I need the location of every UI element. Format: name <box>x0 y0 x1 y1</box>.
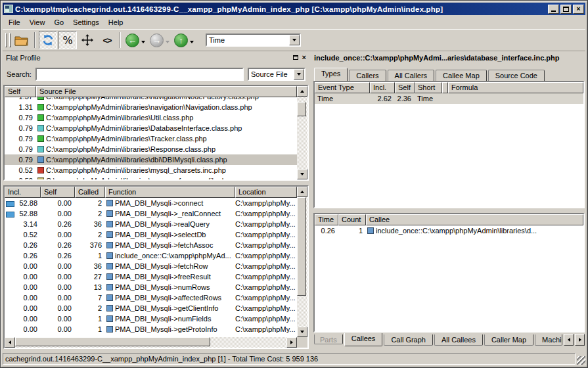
function-row[interactable]: 0.00 0.00 7 PMA_DBI_Mysqli->affectedRows… <box>5 292 297 303</box>
detail-bottom-tab[interactable]: Caller Map <box>484 334 533 346</box>
file-row[interactable]: 0.79 C:\xampp\phpMyAdmin\libraries\Track… <box>5 133 297 144</box>
scroll-left-button[interactable] <box>5 337 15 348</box>
detail-tab[interactable]: Callee Map <box>436 70 487 81</box>
detail-bottom-tab[interactable]: All Callees <box>434 334 483 346</box>
function-row[interactable]: 0.00 0.00 27 PMA_DBI_Mysqli->freeResult … <box>5 271 297 282</box>
column-header-short[interactable]: Short <box>415 82 442 93</box>
move-tool-button[interactable] <box>78 31 97 49</box>
minimize-button[interactable] <box>548 5 559 14</box>
scroll-right-button[interactable] <box>286 337 297 348</box>
open-file-button[interactable] <box>12 31 31 49</box>
scrollbar-thumb[interactable] <box>15 337 210 346</box>
grouping-combobox[interactable]: Source File <box>248 68 305 81</box>
toolbar-drag-handle[interactable] <box>5 33 7 47</box>
column-header-formula[interactable]: Formula <box>448 82 583 93</box>
file-row[interactable]: 0.52 C:\xampp\phpMyAdmin\libraries\mysql… <box>5 165 297 175</box>
column-header-event-type[interactable]: Event Type <box>315 82 370 93</box>
search-input[interactable] <box>35 68 244 81</box>
column-header-location[interactable]: Location <box>235 187 297 198</box>
detail-bottom-tab[interactable]: Call Graph <box>384 334 433 346</box>
function-row[interactable]: 0.00 0.00 13 PMA_DBI_Mysqli->numRows C:\… <box>5 282 297 292</box>
scroll-down-button[interactable] <box>297 169 307 179</box>
scroll-up-button[interactable] <box>297 86 307 97</box>
detail-bottom-tab[interactable]: Parts <box>314 334 343 344</box>
resize-grip-icon[interactable] <box>577 356 585 365</box>
function-row[interactable]: 0.00 0.00 1 PMA_DBI_Mysqli->getProtoInfo… <box>5 324 297 334</box>
menu-item[interactable]: Help <box>104 17 128 28</box>
close-button[interactable]: × <box>573 5 584 14</box>
file-row[interactable]: 1.37 C:\xampp\phpMyAdmin\libraries\navig… <box>5 97 297 102</box>
file-list-vertical-scrollbar[interactable] <box>297 86 307 179</box>
event-type-combobox[interactable]: Time <box>206 34 301 47</box>
scroll-up-button[interactable] <box>297 187 307 197</box>
toolbar-drag-handle[interactable] <box>9 33 11 47</box>
event-type-row[interactable]: Time 2.62 2.36 Time <box>315 93 583 104</box>
scrollbar-track[interactable] <box>15 337 286 348</box>
function-row[interactable]: 0.00 0.00 36 PMA_DBI_Mysqli->fetchRow C:… <box>5 261 297 271</box>
column-header-self[interactable]: Self <box>5 86 36 97</box>
file-row[interactable]: 0.79 C:\xampp\phpMyAdmin\libraries\Respo… <box>5 144 297 154</box>
forward-dropdown-icon[interactable] <box>166 41 170 45</box>
menu-item[interactable]: File <box>4 17 25 28</box>
detail-bottom-tab[interactable]: Machine <box>535 334 562 346</box>
scrollbar-track[interactable] <box>297 197 307 327</box>
back-dropdown-icon[interactable] <box>141 41 145 45</box>
function-row[interactable]: 3.14 0.26 36 PMA_DBI_Mysqli->realQuery C… <box>5 219 297 229</box>
function-row[interactable]: 52.88 0.00 2 PMA_DBI_Mysqli->connect C:\… <box>5 198 297 208</box>
callee-row[interactable]: 0.26 1 include_once::C:\xampp\phpMyAdmin… <box>315 225 583 236</box>
function-row[interactable]: 0.52 0.00 2 PMA_DBI_Mysqli->selectDb C:\… <box>5 229 297 240</box>
cell-source-file: C:\xampp\phpMyAdmin\libraries\Response.c… <box>36 144 297 154</box>
column-header-incl[interactable]: Incl. <box>5 187 41 198</box>
column-header-callee[interactable]: Callee <box>366 214 583 225</box>
back-button[interactable] <box>125 34 139 47</box>
maximize-button[interactable] <box>560 5 572 14</box>
column-header-count[interactable]: Count <box>338 214 366 225</box>
column-header-self[interactable]: Self <box>395 82 415 93</box>
file-row[interactable]: 0.79 C:\xampp\phpMyAdmin\libraries\dbi\D… <box>5 154 297 165</box>
dock-header[interactable]: Flat Profile × <box>3 52 309 63</box>
percentage-toggle-button[interactable]: % <box>58 31 77 49</box>
up-button[interactable] <box>174 34 188 47</box>
detail-tab[interactable]: Callers <box>349 70 386 81</box>
relative-cost-button[interactable]: <> <box>98 31 116 49</box>
function-table-horizontal-scrollbar[interactable] <box>5 337 297 348</box>
up-dropdown-icon[interactable] <box>190 41 194 45</box>
menu-item[interactable]: View <box>25 17 50 28</box>
detail-tab[interactable]: All Callers <box>388 70 435 81</box>
dock-close-button[interactable]: × <box>302 54 306 61</box>
file-row[interactable]: 0.52 C:\xampp\phpMyAdmin\libraries\user_… <box>5 175 297 179</box>
column-header-function[interactable]: Function <box>105 187 235 198</box>
detail-tab[interactable]: Types <box>314 68 348 81</box>
title-bar[interactable]: C:\xampp\tmp\cachegrind.out.1416463299-C… <box>3 3 585 15</box>
tab-scroll-right-button[interactable] <box>575 334 585 346</box>
reload-button[interactable] <box>39 31 57 49</box>
scrollbar-thumb[interactable] <box>297 197 306 296</box>
column-header-incl[interactable]: Incl. <box>370 82 395 93</box>
detail-bottom-tab[interactable]: Callees <box>344 333 383 346</box>
detail-tab[interactable]: Source Code <box>488 70 545 81</box>
column-header-source-file[interactable]: Source File <box>36 86 297 97</box>
file-row[interactable]: 0.79 C:\xampp\phpMyAdmin\libraries\Util.… <box>5 112 297 123</box>
menu-item[interactable]: Go <box>49 17 68 28</box>
dock-float-button[interactable] <box>293 55 298 60</box>
scrollbar-thumb[interactable] <box>297 102 306 116</box>
function-table-vertical-scrollbar[interactable] <box>297 187 307 337</box>
function-row[interactable]: 0.00 0.00 2 PMA_DBI_Mysqli->getClientInf… <box>5 303 297 313</box>
file-type-icon <box>37 156 44 163</box>
column-header-time[interactable]: Time <box>315 214 338 225</box>
column-header-self[interactable]: Self <box>41 187 75 198</box>
function-row[interactable]: 0.00 0.00 1 PMA_DBI_Mysqli->numFields C:… <box>5 313 297 324</box>
file-row[interactable]: 0.79 C:\xampp\phpMyAdmin\libraries\Datab… <box>5 123 297 133</box>
scroll-down-button[interactable] <box>297 327 307 337</box>
function-row[interactable]: 52.88 0.00 2 PMA_DBI_Mysqli->_realConnec… <box>5 208 297 219</box>
file-row[interactable]: 1.31 C:\xampp\phpMyAdmin\libraries\navig… <box>5 102 297 112</box>
column-header-called[interactable]: Called <box>75 187 105 198</box>
function-row[interactable]: 0.26 0.26 1 include_once::C:\xampp\phpMy… <box>5 250 297 261</box>
function-row[interactable]: 0.26 0.26 376 PMA_DBI_Mysqli->fetchAssoc… <box>5 240 297 250</box>
scrollbar-track[interactable] <box>297 97 307 169</box>
combobox-dropdown-button[interactable] <box>289 35 300 45</box>
tab-scroll-left-button[interactable] <box>564 334 574 346</box>
combobox-dropdown-button[interactable] <box>294 69 304 80</box>
forward-button[interactable] <box>150 34 164 47</box>
menu-item[interactable]: Settings <box>68 17 104 28</box>
